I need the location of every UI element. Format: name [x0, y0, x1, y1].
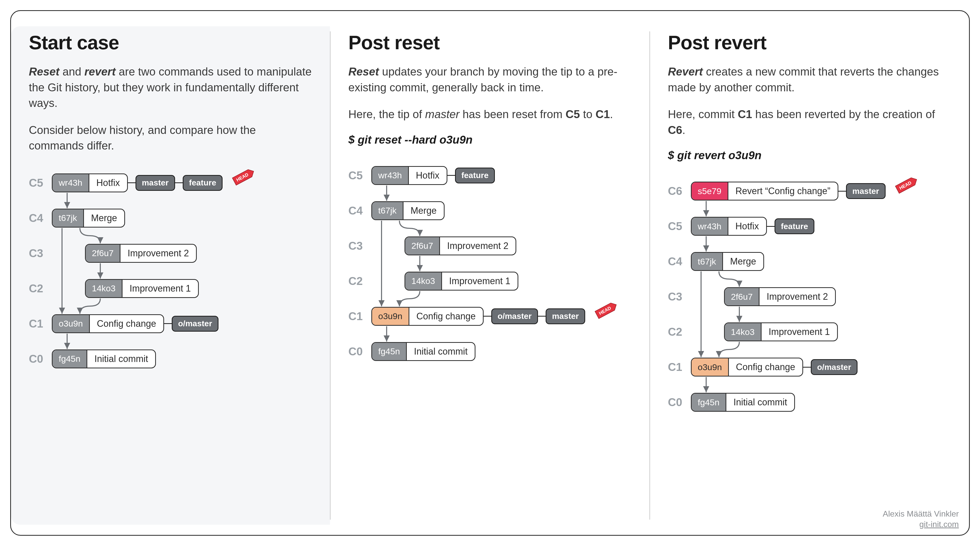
commit-hash: wr43h	[372, 167, 409, 184]
git-command: $ git revert o3u9n	[668, 149, 951, 162]
commit-message: Initial commit	[407, 343, 475, 360]
commit-index: C2	[348, 275, 371, 287]
description-paragraph: Reset and revert are two commands used t…	[29, 64, 312, 111]
commit-pill: 2f6u7Improvement 2	[404, 237, 516, 256]
commit-pill: t67jkMerge	[371, 201, 445, 220]
commit-row: C214ko3Improvement 1	[668, 318, 951, 346]
history-arrows	[348, 162, 632, 365]
git-command: $ git reset --hard o3u9n	[348, 133, 632, 146]
commit-hash: 2f6u7	[725, 288, 759, 305]
commit-message: Config change	[90, 315, 163, 332]
commit-pill: 2f6u7Improvement 2	[85, 244, 197, 263]
commit-hash: o3u9n	[52, 315, 90, 332]
commit-index: C5	[29, 176, 52, 189]
commit-index: C3	[348, 240, 371, 252]
head-pointer-icon: HEAD	[230, 165, 258, 188]
commit-hash: 14ko3	[725, 323, 762, 341]
commit-history: C5wr43hHotfixfeatureC4t67jkMergeC32f6u7I…	[348, 162, 632, 365]
head-pointer-icon: HEAD	[893, 173, 921, 196]
commit-row: C0fg45nInitial commit	[348, 338, 632, 365]
commit-message: Merge	[723, 253, 763, 270]
commit-row: C0fg45nInitial commit	[668, 388, 951, 416]
commit-message: Improvement 1	[442, 272, 517, 290]
commit-pill: t67jkMerge	[52, 209, 125, 227]
column-post-reset: Post resetReset updates your branch by m…	[331, 26, 649, 525]
commit-row: C1o3u9nConfig changeo/mastermaster HEAD	[348, 302, 632, 330]
commit-hash: wr43h	[692, 218, 729, 235]
commit-hash: fg45n	[52, 350, 87, 368]
commit-pill: t67jkMerge	[691, 252, 764, 271]
commit-index: C4	[29, 212, 52, 224]
commit-index: C4	[668, 255, 691, 268]
commit-index: C2	[668, 326, 691, 338]
commit-index: C5	[668, 220, 691, 233]
branch-tag: o/master	[811, 359, 858, 375]
commit-row: C4t67jkMerge	[668, 248, 951, 275]
commit-row: C1o3u9nConfig changeo/master	[29, 310, 312, 338]
commit-row: C32f6u7Improvement 2	[29, 239, 312, 267]
commit-pill: fg45nInitial commit	[52, 349, 156, 368]
commit-hash: t67jk	[372, 202, 404, 219]
commit-index: C3	[29, 247, 52, 260]
commit-row: C32f6u7Improvement 2	[348, 232, 632, 260]
commit-row: C5wr43hHotfixmasterfeature HEAD	[29, 169, 312, 197]
commit-index: C2	[29, 282, 52, 295]
branch-tag: feature	[183, 175, 223, 191]
commit-index: C1	[668, 361, 691, 373]
commit-history: C6s5e79Revert “Config change”master HEAD…	[668, 177, 951, 416]
commit-pill: o3u9nConfig change	[52, 314, 164, 333]
commit-pill: 14ko3Improvement 1	[404, 272, 518, 291]
commit-pill: 2f6u7Improvement 2	[724, 287, 836, 306]
commit-hash: 14ko3	[86, 280, 123, 297]
commit-row: C32f6u7Improvement 2	[668, 283, 951, 311]
branch-tag: master	[846, 183, 886, 199]
commit-pill: o3u9nConfig change	[691, 358, 803, 376]
description-paragraph: Revert creates a new commit that reverts…	[668, 64, 951, 95]
commit-message: Initial commit	[726, 394, 794, 411]
commit-pill: wr43hHotfix	[371, 166, 447, 185]
commit-row: C1o3u9nConfig changeo/master	[668, 353, 951, 381]
commit-pill: fg45nInitial commit	[691, 393, 795, 412]
branch-tag: o/master	[172, 316, 218, 332]
commit-row: C214ko3Improvement 1	[348, 267, 632, 295]
head-pointer-icon: HEAD	[592, 299, 620, 321]
commit-row: C5wr43hHotfixfeature	[348, 162, 632, 189]
commit-message: Merge	[404, 202, 444, 219]
commit-index: C0	[348, 345, 371, 358]
commit-message: Improvement 2	[759, 288, 835, 305]
commit-message: Hotfix	[409, 167, 447, 184]
commit-pill: fg45nInitial commit	[371, 342, 476, 361]
column-title: Start case	[29, 32, 312, 54]
commit-hash: fg45n	[372, 343, 407, 360]
commit-message: Merge	[84, 210, 124, 227]
commit-index: C1	[348, 310, 371, 323]
column-post-revert: Post revertRevert creates a new commit t…	[650, 26, 969, 525]
attribution-site: git-init.com	[883, 519, 959, 530]
description-paragraph: Here, the tip of master has been reset f…	[348, 106, 632, 122]
attribution-name: Alexis Määttä Vinkler	[883, 509, 959, 519]
commit-pill: s5e79Revert “Config change”	[691, 182, 838, 200]
description-paragraph: Here, commit C1 has been reverted by the…	[668, 106, 951, 138]
commit-hash: 2f6u7	[405, 237, 440, 254]
branch-tag: master	[135, 175, 175, 191]
commit-pill: o3u9nConfig change	[371, 307, 484, 326]
commit-message: Improvement 1	[762, 323, 837, 341]
commit-index: C6	[668, 185, 691, 197]
commit-row: C4t67jkMerge	[348, 197, 632, 225]
branch-tag: o/master	[491, 308, 538, 324]
commit-hash: s5e79	[692, 183, 729, 200]
description-paragraph: Reset updates your branch by moving the …	[348, 64, 632, 95]
commit-row: C4t67jkMerge	[29, 204, 312, 232]
branch-tag: master	[546, 308, 585, 324]
commit-hash: wr43h	[52, 174, 89, 192]
column-title: Post revert	[668, 32, 951, 54]
commit-pill: 14ko3Improvement 1	[85, 279, 199, 298]
commit-message: Improvement 2	[121, 245, 196, 262]
attribution: Alexis Määttä Vinkler git-init.com	[883, 509, 959, 530]
commit-hash: 14ko3	[405, 272, 442, 290]
commit-hash: o3u9n	[372, 308, 409, 325]
commit-message: Config change	[409, 308, 483, 325]
commit-row: C0fg45nInitial commit	[29, 345, 312, 373]
commit-row: C5wr43hHotfixfeature	[668, 212, 951, 240]
commit-row: C214ko3Improvement 1	[29, 275, 312, 303]
